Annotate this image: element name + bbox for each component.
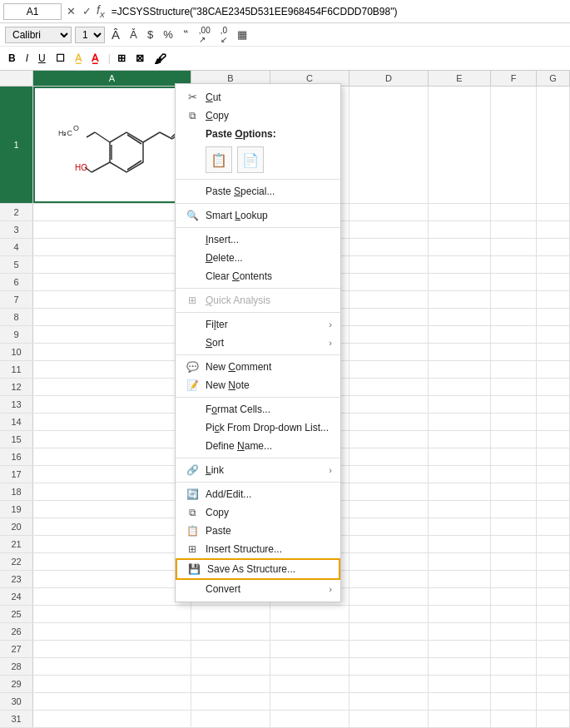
cell-2f[interactable] [491, 204, 537, 220]
cell-17f[interactable] [491, 466, 537, 483]
cell-20e[interactable] [429, 518, 491, 535]
cell-6d[interactable] [349, 274, 429, 290]
cell-26b[interactable] [191, 623, 270, 640]
cell-1e[interactable] [429, 87, 491, 203]
menu-item-delete[interactable]: Delete... [176, 249, 340, 267]
molecule-cell[interactable]: HO H₃C O CH [33, 87, 191, 203]
cell-9g[interactable] [537, 326, 570, 343]
cell-24e[interactable] [429, 588, 491, 605]
cell-11f[interactable] [491, 361, 537, 378]
cell-30b[interactable] [191, 693, 270, 710]
cell-24d[interactable] [349, 588, 429, 605]
cell-23d[interactable] [349, 571, 429, 587]
cell-25a[interactable] [33, 606, 191, 622]
cell-10d[interactable] [349, 344, 429, 360]
cell-20a[interactable] [33, 518, 191, 535]
cell-18a[interactable] [33, 483, 191, 500]
cell-27b[interactable] [191, 641, 270, 657]
cell-1d[interactable] [349, 87, 429, 203]
cell-21d[interactable] [349, 536, 429, 552]
menu-item-format-cells[interactable]: Format Cells... [176, 400, 340, 418]
percent-btn[interactable]: % [160, 27, 176, 42]
font-name-select[interactable]: Calibri [5, 27, 72, 43]
cell-13f[interactable] [491, 396, 537, 413]
cell-9d[interactable] [349, 326, 429, 343]
cell-16e[interactable] [429, 448, 491, 465]
cell-23a[interactable] [33, 571, 191, 587]
cell-2d[interactable] [349, 204, 429, 220]
cell-14g[interactable] [537, 414, 570, 430]
cell-25e[interactable] [429, 606, 491, 622]
cell-6e[interactable] [429, 274, 491, 290]
cell-27f[interactable] [491, 641, 537, 657]
cell-12d[interactable] [349, 379, 429, 395]
menu-item-new-note[interactable]: 📝 New Note [176, 376, 340, 394]
cell-11e[interactable] [429, 361, 491, 378]
cell-12e[interactable] [429, 379, 491, 395]
cell-7g[interactable] [537, 291, 570, 308]
cell-29b[interactable] [191, 676, 270, 692]
cell-3f[interactable] [491, 221, 537, 238]
cell-22e[interactable] [429, 553, 491, 570]
cell-28d[interactable] [349, 658, 429, 675]
cell-31f[interactable] [491, 711, 537, 727]
cell-29a[interactable] [33, 676, 191, 692]
cell-26e[interactable] [429, 623, 491, 640]
cell-17a[interactable] [33, 466, 191, 483]
menu-item-link[interactable]: 🔗 Link › [176, 461, 340, 479]
cell-31d[interactable] [349, 711, 429, 727]
underline-btn[interactable]: U [35, 52, 49, 65]
cell-4a[interactable] [33, 239, 191, 255]
cell-13a[interactable] [33, 396, 191, 413]
col-header-f[interactable]: F [491, 71, 537, 86]
cell-12f[interactable] [491, 379, 537, 395]
cell-29e[interactable] [429, 676, 491, 692]
cell-25d[interactable] [349, 606, 429, 622]
cell-20g[interactable] [537, 518, 570, 535]
cell-5e[interactable] [429, 256, 491, 273]
cell-14e[interactable] [429, 414, 491, 430]
menu-item-insert[interactable]: Insert... [176, 230, 340, 249]
cell-4d[interactable] [349, 239, 429, 255]
cell-2e[interactable] [429, 204, 491, 220]
cell-15f[interactable] [491, 431, 537, 448]
menu-item-save-as-structure[interactable]: 💾 Save As Structure... [176, 558, 340, 580]
cell-28a[interactable] [33, 658, 191, 675]
cancel-formula-btn[interactable]: ✕ [65, 5, 77, 17]
menu-item-convert[interactable]: Convert › [176, 580, 340, 598]
cell-7a[interactable] [33, 291, 191, 308]
cell-15d[interactable] [349, 431, 429, 448]
cell-24a[interactable] [33, 588, 191, 605]
cell-21a[interactable] [33, 536, 191, 552]
cell-20d[interactable] [349, 518, 429, 535]
cell-reference[interactable] [3, 3, 62, 20]
cell-15e[interactable] [429, 431, 491, 448]
cell-11a[interactable] [33, 361, 191, 378]
cell-3g[interactable] [537, 221, 570, 238]
function-icon[interactable]: fx [97, 3, 105, 19]
menu-item-clear-contents[interactable]: Clear Contents [176, 267, 340, 285]
cell-22a[interactable] [33, 553, 191, 570]
cell-11d[interactable] [349, 361, 429, 378]
cell-7f[interactable] [491, 291, 537, 308]
cell-16a[interactable] [33, 448, 191, 465]
cell-8d[interactable] [349, 309, 429, 325]
cell-29c[interactable] [270, 676, 349, 692]
paste-special-btn[interactable]: 📄 [237, 146, 264, 173]
cell-10e[interactable] [429, 344, 491, 360]
cell-30c[interactable] [270, 693, 349, 710]
cell-17g[interactable] [537, 466, 570, 483]
cell-21g[interactable] [537, 536, 570, 552]
cell-25b[interactable] [191, 606, 270, 622]
formula-input[interactable] [108, 4, 567, 19]
cell-31e[interactable] [429, 711, 491, 727]
cell-29d[interactable] [349, 676, 429, 692]
cell-16g[interactable] [537, 448, 570, 465]
borders-btn[interactable]: ⊞ [114, 52, 129, 65]
cell-25g[interactable] [537, 606, 570, 622]
cell-23e[interactable] [429, 571, 491, 587]
cell-30f[interactable] [491, 693, 537, 710]
cell-27e[interactable] [429, 641, 491, 657]
cell-3a[interactable] [33, 221, 191, 238]
cell-12a[interactable] [33, 379, 191, 395]
